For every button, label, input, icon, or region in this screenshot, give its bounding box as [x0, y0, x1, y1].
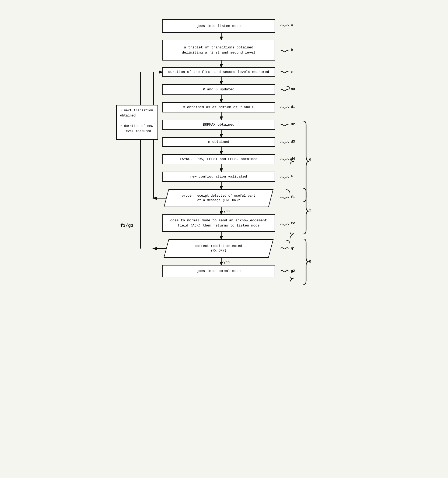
label-a: a	[291, 23, 293, 27]
box-f2: goes to normal mode to send an acknowled…	[162, 214, 275, 232]
box-g2: goes into normal mode	[162, 265, 275, 277]
box-g1: correct receipt detected (Rx OK?)	[164, 239, 274, 258]
diagram-container: yes yes no no goes into listen mode a a …	[114, 11, 334, 468]
label-d3: d3	[291, 140, 295, 144]
svg-text:yes: yes	[223, 209, 230, 213]
label-d2: d2	[291, 122, 295, 126]
label-g2: g2	[291, 269, 295, 273]
brace-g-label: g	[302, 239, 310, 286]
label-b: b	[291, 48, 293, 52]
label-e: e	[291, 174, 293, 178]
label-g1: g1	[291, 246, 295, 250]
box-d3: n obtained	[162, 137, 275, 147]
side-box: • next transition obtained • duration of…	[116, 105, 158, 140]
box-d1: m obtained as afunction of P and G	[162, 102, 275, 112]
label-f2: f2	[291, 221, 295, 225]
svg-text:yes: yes	[223, 260, 230, 264]
box-c: duration of the first and second levels …	[162, 67, 275, 77]
label-d0: d0	[291, 87, 295, 91]
label-d4: d4	[291, 157, 295, 161]
box-f1: proper receipt detected of useful part o…	[164, 189, 274, 207]
box-e: new configuration validated	[162, 172, 275, 182]
box-d4: LSYNC, LPRS, LPHS1 and LPHS2 obtained	[162, 154, 275, 164]
box-a: goes into listen mode	[162, 19, 275, 33]
label-f1: f1	[291, 195, 295, 199]
f3g3-label: f3/g3	[120, 223, 133, 228]
box-d2: BRPMAX obtained	[162, 120, 275, 130]
box-d0: P and G updated	[162, 84, 275, 95]
label-d1: d1	[291, 105, 295, 109]
box-b: a triplet of transitions obtained delimi…	[162, 40, 275, 61]
label-c: c	[291, 70, 293, 74]
brace-f-label: f	[302, 188, 310, 235]
